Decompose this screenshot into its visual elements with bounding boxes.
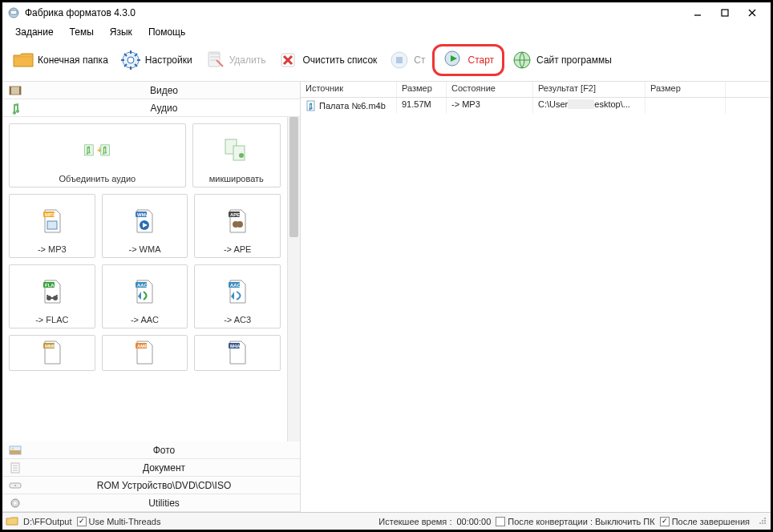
svg-point-64 [764, 520, 766, 522]
clear-list-button[interactable]: Очистить список [272, 46, 382, 74]
svg-rect-18 [10, 87, 11, 95]
svg-point-25 [239, 153, 244, 158]
svg-text:AMR: AMR [137, 344, 148, 349]
elapsed-time: 00:00:00 [456, 517, 491, 526]
format-aac[interactable]: AAC -> AAC [102, 264, 188, 328]
mmf-file-icon: MMF [38, 338, 67, 367]
format-mix[interactable]: микшировать [192, 123, 281, 187]
category-rom[interactable]: ROM Устройство\DVD\CD\ISO [2, 477, 300, 494]
join-audio-icon: + [83, 127, 111, 174]
svg-rect-28 [47, 221, 57, 229]
left-panel: Видео Аудио + Объединить аудио микширо [2, 82, 301, 512]
delete-button[interactable]: Удалить [199, 46, 271, 74]
output-folder-label: Конечная папка [38, 54, 108, 66]
menu-task[interactable]: Задание [9, 25, 60, 39]
audio-file-icon [306, 100, 317, 111]
menu-language[interactable]: Язык [103, 25, 139, 39]
checkbox-icon [496, 517, 505, 526]
col-state[interactable]: Состояние [447, 82, 533, 97]
output-path-icon[interactable] [6, 514, 18, 529]
format-join-audio[interactable]: + Объединить аудио [9, 123, 186, 187]
status-bar: D:\FFOutput Use Multi-Threads Истекшее в… [2, 512, 771, 530]
svg-point-35 [237, 221, 243, 228]
format-flac-label: -> FLAC [35, 315, 68, 324]
svg-point-66 [762, 522, 763, 524]
svg-point-58 [14, 485, 16, 486]
delete-icon [204, 49, 226, 71]
after-done-checkbox[interactable]: После завершения [660, 517, 750, 526]
after-convert-label: После конвертации : Выключить ПК [508, 517, 654, 526]
format-wma-label: -> WMA [128, 244, 160, 254]
format-mp3[interactable]: MP3 -> MP3 [9, 194, 95, 258]
svg-text:AAC: AAC [137, 283, 148, 288]
wma-file-icon: WMA [130, 198, 159, 244]
start-icon [443, 49, 465, 71]
cell-result: C:\Userxxxxxxesktop\... [533, 98, 646, 114]
format-wma[interactable]: WMA -> WMA [102, 194, 188, 258]
format-amr[interactable]: AMR [102, 335, 188, 371]
category-utilities[interactable]: Utilities [2, 494, 300, 512]
music-icon [2, 102, 28, 115]
col-source[interactable]: Источник [301, 82, 397, 97]
category-document[interactable]: Документ [2, 459, 300, 477]
scrollbar-thumb[interactable] [289, 117, 298, 237]
category-photo[interactable]: Фото [2, 441, 300, 459]
resize-grip-icon[interactable] [758, 516, 767, 527]
format-flac[interactable]: FLA -> FLAC [9, 264, 95, 328]
site-button[interactable]: Сайт программы [506, 46, 617, 74]
checkbox-icon [660, 517, 670, 526]
svg-rect-51 [10, 450, 21, 454]
clear-list-label: Очистить список [302, 54, 377, 66]
format-ape[interactable]: APE -> APE [194, 194, 281, 258]
document-icon [2, 461, 28, 474]
category-photo-label: Фото [28, 445, 300, 456]
svg-point-62 [764, 518, 766, 519]
category-rom-label: ROM Устройство\DVD\CD\ISO [28, 480, 300, 491]
format-ac3[interactable]: AAC -> AC3 [194, 264, 281, 328]
format-ape-label: -> APE [224, 244, 252, 254]
format-grid: + Объединить аудио микшировать MP3 -> MP… [2, 117, 287, 377]
delete-label: Удалить [229, 54, 266, 66]
col-result[interactable]: Результат [F2] [533, 82, 646, 97]
format-mp3-label: -> MP3 [38, 244, 67, 254]
content-area: Видео Аудио + Объединить аудио микширо [2, 82, 771, 512]
svg-rect-17 [10, 87, 21, 95]
output-folder-button[interactable]: Конечная папка [7, 46, 113, 74]
multi-threads-checkbox[interactable]: Use Multi-Threads [77, 517, 161, 526]
minimize-button[interactable] [684, 5, 711, 21]
svg-text:AAC: AAC [230, 283, 241, 288]
format-join-audio-label: Объединить аудио [59, 174, 136, 183]
multi-threads-label: Use Multi-Threads [89, 517, 161, 526]
svg-text:MP3: MP3 [45, 212, 55, 217]
svg-point-65 [759, 522, 761, 524]
stop-icon [388, 49, 411, 71]
output-path[interactable]: D:\FFOutput [23, 517, 72, 526]
category-video-label: Видео [28, 85, 300, 96]
col-size[interactable]: Размер [397, 82, 447, 97]
start-button[interactable]: Старт [432, 44, 505, 76]
settings-label: Настройки [145, 54, 192, 66]
category-video[interactable]: Видео [2, 82, 300, 99]
after-convert-checkbox[interactable]: После конвертации : Выключить ПК [496, 517, 654, 526]
menu-themes[interactable]: Темы [63, 25, 100, 39]
format-m4a[interactable]: M4A [194, 335, 281, 371]
category-audio-label: Аудио [28, 103, 300, 114]
site-label: Сайт программы [536, 54, 612, 66]
stop-button[interactable]: Ст [383, 46, 430, 74]
category-utilities-label: Utilities [28, 498, 300, 509]
close-button[interactable] [739, 5, 766, 21]
svg-point-7 [127, 57, 134, 63]
list-row[interactable]: Палата №6.m4b 91.57M -> MP3 C:\Userxxxxx… [301, 98, 771, 114]
menu-bar: Задание Темы Язык Помощь [2, 23, 771, 41]
category-audio[interactable]: Аудио [2, 99, 300, 117]
svg-rect-1 [10, 10, 17, 14]
cell-size2 [646, 98, 726, 114]
format-mmf[interactable]: MMF [9, 335, 95, 371]
title-bar: Фабрика форматов 4.3.0 [2, 2, 771, 23]
menu-help[interactable]: Помощь [142, 25, 192, 39]
scrollbar[interactable] [287, 117, 300, 441]
ac3-file-icon: AAC [223, 268, 252, 315]
col-size2[interactable]: Размер [646, 82, 726, 97]
settings-button[interactable]: Настройки [115, 46, 197, 74]
maximize-button[interactable] [711, 5, 739, 21]
